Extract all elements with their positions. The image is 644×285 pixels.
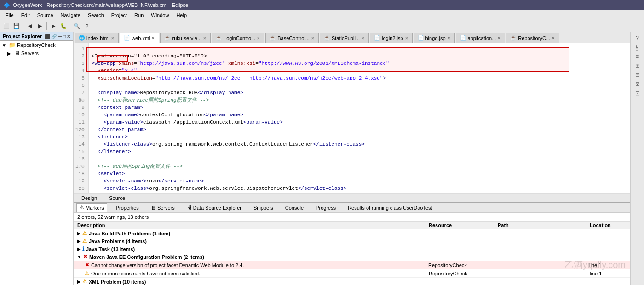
problem-group-maven[interactable]: ▼ ✖ Maven Java EE Configuration Problem … [74, 253, 630, 261]
buildpath-label: Java Build Path Problems (1 item) [89, 231, 170, 236]
problem-group-buildpath[interactable]: ▶ ⚠ Java Build Path Problems (1 item) [74, 229, 630, 237]
tab-close-webxml[interactable]: ✕ [151, 36, 155, 40]
tab-close-logincontro[interactable]: ✕ [257, 36, 260, 40]
tree-folder-icon: 📁 [9, 42, 16, 48]
tab-close-staticpubli[interactable]: ✕ [361, 36, 365, 40]
tab-bingo[interactable]: 📄 bingo.jsp ✕ [414, 33, 455, 43]
buildpath-icon: ⚠ [82, 230, 87, 236]
tree-arrow-repositorycheck: ▼ [2, 43, 7, 48]
maven-label: Maven Java EE Configuration Problem (2 i… [89, 254, 204, 260]
menu-search[interactable]: Search [84, 11, 108, 19]
toolbar-back[interactable]: ◀ [25, 22, 34, 31]
tab-ruku[interactable]: ☕ ruku-servle... ✕ [160, 33, 211, 43]
javaproblems-icon: ⚠ [82, 238, 87, 244]
tab-close-application[interactable]: ✕ [497, 36, 501, 40]
col-path: Path [498, 222, 590, 228]
line-num-18: 18 [75, 170, 86, 177]
problems-tab-markers[interactable]: ⚠ Markers [76, 203, 107, 212]
right-panel-icon2[interactable]: ⊞ [634, 62, 641, 70]
toolbar-debug[interactable]: 🐛 [59, 22, 68, 31]
problems-summary: 2 errors, 52 warnings, 13 others [74, 213, 630, 222]
link-with-editor-icon[interactable]: 🔗 [51, 34, 57, 39]
tab-close-bingo[interactable]: ✕ [447, 36, 451, 40]
javatask-arrow: ▶ [77, 247, 80, 251]
maximize-icon[interactable]: □ [63, 34, 66, 39]
right-panel-icon4[interactable]: ⊠ [634, 80, 641, 88]
tab-web-xml[interactable]: 📄 web.xml ✕ [120, 33, 159, 43]
tab-icon-repositoryc: ☕ [510, 35, 517, 41]
menu-run[interactable]: Run [131, 11, 147, 19]
code-editor: 1 2 3 4 5 6 7 8⊙ 9 10 11 12⊙ 13 14 15 16… [74, 43, 630, 193]
problems-tab-progress[interactable]: Progress [312, 203, 339, 212]
right-panel-icon1[interactable]: ≡ [635, 52, 640, 61]
toolbar-sep-1 [23, 22, 23, 30]
tab-staticpubli[interactable]: ☕ StaticPubli... ✕ [320, 33, 369, 43]
line-num-14: 14 [75, 141, 86, 148]
tree-arrow-servers: ▶ [7, 51, 13, 56]
toolbar-run[interactable]: ▶ [49, 22, 58, 31]
tree-item-repositorycheck[interactable]: ▼ 📁 RepositoryCheck [0, 41, 73, 49]
tab-index-html[interactable]: 🌐 index.html ✕ [75, 33, 119, 43]
editor-area: 🌐 index.html ✕ 📄 web.xml ✕ ☕ ruku-servle… [74, 32, 630, 285]
right-panel-icon3[interactable]: ⊟ [634, 71, 641, 79]
tab-label-ruku: ruku-servle... [172, 35, 201, 41]
tree-item-servers[interactable]: ▶ 🖥 Servers [0, 49, 73, 57]
tab-close-login2[interactable]: ✕ [405, 36, 408, 40]
tab-icon-webxml: 📄 [124, 35, 130, 41]
maven-item2-icon: ⚠ [85, 270, 89, 276]
tab-close-basecontrol[interactable]: ✕ [311, 36, 315, 40]
tab-close-ruku[interactable]: ✕ [203, 36, 207, 40]
line-num-21: 21 [75, 192, 86, 193]
problem-group-javaproblems[interactable]: ▶ ⚠ Java Problems (4 items) [74, 237, 630, 245]
line-num-20: 20 [75, 185, 86, 192]
tab-login2[interactable]: 📄 login2.jsp ✕ [370, 33, 412, 43]
menu-window[interactable]: Window [147, 11, 172, 19]
xml-arrow: ▶ [77, 279, 80, 284]
problems-tab-console[interactable]: Console [282, 203, 307, 212]
problems-tab-results[interactable]: Results of running class UserDaoTest [345, 203, 435, 212]
problems-tab-snippets[interactable]: Snippets [250, 203, 276, 212]
problem-group-xml[interactable]: ▶ ⚠ XML Problem (10 items) [74, 278, 630, 285]
xml-label: XML Problem (10 items) [89, 279, 146, 285]
tab-logincontro[interactable]: ☕ LoginContro... ✕ [212, 33, 264, 43]
maven-item1-resource: RepositoryCheck [428, 262, 497, 268]
menu-file[interactable]: File [2, 11, 17, 19]
problem-group-javatask[interactable]: ▶ ℹ Java Task (13 items) [74, 245, 630, 253]
source-tab[interactable]: Source [105, 194, 129, 202]
toolbar-search[interactable]: 🔍 [72, 22, 81, 31]
toolbar-forward[interactable]: ▶ [35, 22, 45, 31]
problems-tab-datasource[interactable]: 🗄 Data Source Explorer [184, 203, 245, 212]
problem-row-maven-1[interactable]: ✖ Cannot change version of project facet… [74, 261, 630, 269]
menu-help[interactable]: Help [172, 11, 190, 19]
right-panel-icon5[interactable]: ⊡ [634, 89, 641, 97]
tab-basecontrol[interactable]: ☕ BaseControl... ✕ [265, 33, 319, 43]
menu-source[interactable]: Source [34, 11, 57, 19]
tab-close-index[interactable]: ✕ [111, 36, 115, 40]
tree-server-icon: 🖥 [14, 50, 20, 57]
tab-close-repositoryc[interactable]: ✕ [552, 36, 555, 40]
tab-icon-staticpubli: ☕ [324, 35, 330, 41]
toolbar-save[interactable]: 💾 [12, 22, 21, 31]
title-bar-icon: 🔷 [4, 2, 10, 8]
tab-application[interactable]: 📄 application... ✕ [456, 33, 506, 43]
right-panel-question[interactable]: ? [635, 34, 640, 42]
problems-tab-properties[interactable]: Properties [113, 203, 142, 212]
title-bar-text: OxygenWork - RepositoryCheck/src/main/we… [13, 2, 188, 8]
close-icon[interactable]: ✕ [67, 34, 70, 39]
collapse-all-icon[interactable]: ⬛ [45, 34, 50, 39]
tab-repositoryc[interactable]: ☕ RepositoryC... ✕ [506, 33, 559, 43]
line-num-19: 19 [75, 177, 86, 185]
problems-tab-servers[interactable]: 🖥 Servers [148, 203, 178, 212]
datasource-label: Data Source Explorer [193, 205, 242, 211]
toolbar-help[interactable]: ? [82, 22, 92, 31]
tab-label-login2: login2.jsp [382, 35, 403, 41]
menu-navigate[interactable]: Navigate [57, 11, 84, 19]
menu-project[interactable]: Project [108, 11, 131, 19]
design-tab[interactable]: Design [77, 194, 101, 202]
tab-label-webxml: web.xml [132, 35, 150, 41]
minimize-icon[interactable]: — [58, 34, 62, 39]
code-content[interactable]: <?xml version="1.0" encoding="UTF-8"?> <… [89, 43, 630, 193]
problem-row-maven-2[interactable]: ⚠ One or more constraints have not been … [74, 269, 630, 278]
menu-edit[interactable]: Edit [17, 11, 34, 19]
toolbar-new[interactable]: ⬜ [2, 22, 11, 31]
